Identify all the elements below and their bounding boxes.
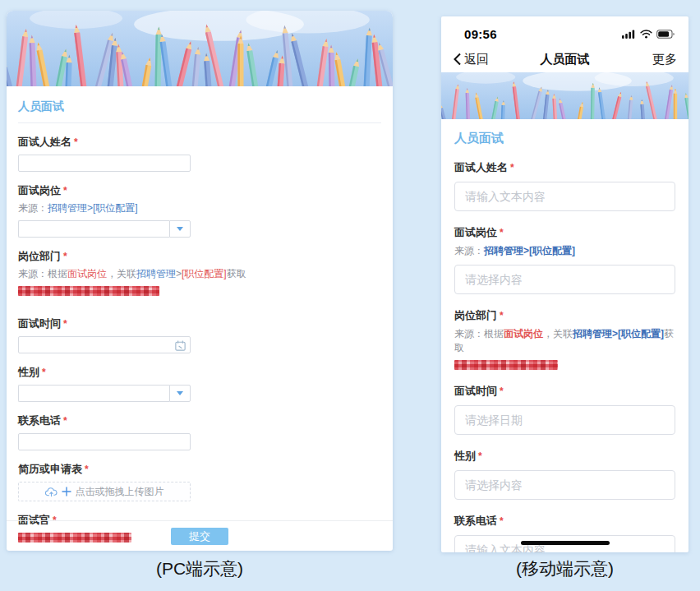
home-indicator[interactable] bbox=[521, 541, 610, 545]
field-resume-upload: 简历或申请表* 点击或拖拽上传图片 bbox=[18, 461, 381, 501]
field-position-department: 岗位部门* 来源：根据面试岗位，关联招聘管理>[职位配置]获取 bbox=[454, 307, 675, 370]
censored-text bbox=[454, 360, 558, 370]
page-title: 人员面试 bbox=[18, 99, 381, 114]
battery-icon bbox=[656, 30, 675, 39]
required-mark: * bbox=[74, 136, 78, 148]
required-mark: * bbox=[63, 185, 67, 196]
gender-select[interactable] bbox=[454, 470, 675, 500]
field-interview-position: 面试岗位* 来源：招聘管理>[职位配置] bbox=[454, 224, 675, 294]
contact-phone-input[interactable] bbox=[18, 433, 191, 450]
required-mark: * bbox=[478, 450, 482, 462]
required-mark: * bbox=[85, 464, 89, 475]
source-link[interactable]: 招聘管理 bbox=[136, 268, 176, 279]
field-interviewee-name: 面试人姓名* bbox=[454, 159, 675, 211]
select-caret-button[interactable] bbox=[169, 385, 191, 402]
required-mark: * bbox=[500, 227, 504, 238]
submit-button[interactable]: 提交 bbox=[171, 528, 228, 545]
field-label: 面试时间 bbox=[454, 385, 497, 397]
upload-dropzone[interactable]: 点击或拖拽上传图片 bbox=[18, 482, 191, 501]
chevron-down-icon bbox=[177, 227, 183, 231]
pencil-banner-image bbox=[7, 11, 393, 86]
field-label: 面试人姓名 bbox=[454, 161, 508, 173]
source-link[interactable]: 招聘管理>[职位配置] bbox=[573, 328, 664, 339]
interview-time-input[interactable] bbox=[454, 405, 675, 435]
required-mark: * bbox=[500, 386, 504, 397]
pc-form-panel: 人员面试 面试人姓名* 面试岗位* 来源：招聘管理>[职位配置] 岗位部门* 来… bbox=[7, 11, 393, 551]
field-label: 面试时间 bbox=[18, 317, 61, 330]
mobile-caption: (移动端示意) bbox=[441, 557, 688, 580]
pc-caption: (PC端示意) bbox=[7, 557, 393, 580]
field-source-note: 来源：根据面试岗位，关联招聘管理>[职位配置]获取 bbox=[18, 267, 381, 281]
back-label: 返回 bbox=[464, 52, 489, 67]
field-contact-phone: 联系电话* bbox=[454, 513, 675, 552]
cloud-upload-icon bbox=[45, 487, 58, 497]
calendar-icon bbox=[174, 339, 187, 352]
required-mark: * bbox=[500, 310, 504, 321]
field-position-department: 岗位部门* 来源：根据面试岗位，关联招聘管理>[职位配置]获取 bbox=[18, 248, 381, 296]
field-interview-position: 面试岗位* 来源：招聘管理>[职位配置] bbox=[18, 182, 381, 238]
chevron-down-icon bbox=[177, 391, 183, 395]
field-gender: 性别* bbox=[454, 448, 675, 500]
select-value-box[interactable] bbox=[18, 220, 169, 238]
censored-text bbox=[18, 286, 159, 296]
field-label: 简历或申请表 bbox=[18, 463, 82, 475]
field-label: 联系电话 bbox=[18, 414, 61, 427]
field-interview-time: 面试时间* bbox=[454, 383, 675, 435]
field-label: 岗位部门 bbox=[454, 309, 497, 321]
gender-select[interactable] bbox=[18, 385, 191, 402]
field-label: 性别 bbox=[454, 450, 476, 462]
select-value-box[interactable] bbox=[18, 385, 169, 402]
cellular-signal-icon bbox=[622, 30, 636, 39]
mobile-form-panel: 09:56 返回 bbox=[441, 16, 688, 552]
chevron-left-icon bbox=[453, 53, 462, 66]
wifi-icon bbox=[640, 30, 652, 39]
pencil-banner-image bbox=[441, 72, 688, 119]
field-label: 面试岗位 bbox=[18, 184, 61, 196]
source-link[interactable]: 招聘管理>[职位配置] bbox=[48, 202, 138, 214]
back-button[interactable]: 返回 bbox=[453, 52, 510, 67]
field-label: 面试岗位 bbox=[454, 226, 497, 238]
interviewee-name-input[interactable] bbox=[18, 155, 191, 172]
select-caret-button[interactable] bbox=[169, 220, 191, 238]
interviewee-name-input[interactable] bbox=[454, 182, 675, 211]
more-button[interactable]: 更多 bbox=[619, 52, 677, 67]
field-source-note: 来源：根据面试岗位，关联招聘管理>[职位配置]获取 bbox=[454, 327, 675, 355]
required-mark: * bbox=[63, 251, 67, 262]
field-source-note: 来源：招聘管理>[职位配置] bbox=[18, 201, 381, 215]
position-select[interactable] bbox=[18, 220, 191, 238]
position-select[interactable] bbox=[454, 265, 675, 294]
field-label: 面试人姓名 bbox=[18, 136, 71, 148]
required-mark: * bbox=[42, 367, 46, 378]
form-footer: 提交 bbox=[7, 520, 393, 545]
field-label: 联系电话 bbox=[454, 515, 497, 527]
source-link[interactable]: 招聘管理>[职位配置] bbox=[484, 245, 575, 256]
plus-icon bbox=[62, 487, 71, 496]
nav-title: 人员面试 bbox=[510, 52, 619, 67]
nav-bar: 返回 人员面试 更多 bbox=[441, 46, 688, 72]
required-mark: * bbox=[63, 415, 67, 427]
interview-time-input[interactable] bbox=[18, 336, 191, 353]
upload-hint-text: 点击或拖拽上传图片 bbox=[76, 485, 164, 499]
divider bbox=[18, 122, 381, 123]
status-time: 09:56 bbox=[464, 27, 497, 41]
field-interview-time: 面试时间* bbox=[18, 316, 381, 353]
field-label: 岗位部门 bbox=[18, 250, 61, 262]
required-mark: * bbox=[63, 318, 67, 330]
field-gender: 性别* bbox=[18, 364, 381, 402]
required-mark: * bbox=[510, 162, 514, 173]
status-bar: 09:56 bbox=[441, 16, 688, 46]
field-label: 性别 bbox=[18, 366, 39, 378]
page-title: 人员面试 bbox=[454, 131, 675, 146]
field-interviewee-name: 面试人姓名* bbox=[18, 134, 381, 172]
field-source-note: 来源：招聘管理>[职位配置] bbox=[454, 244, 675, 258]
field-contact-phone: 联系电话* bbox=[18, 413, 381, 450]
required-mark: * bbox=[500, 515, 504, 527]
